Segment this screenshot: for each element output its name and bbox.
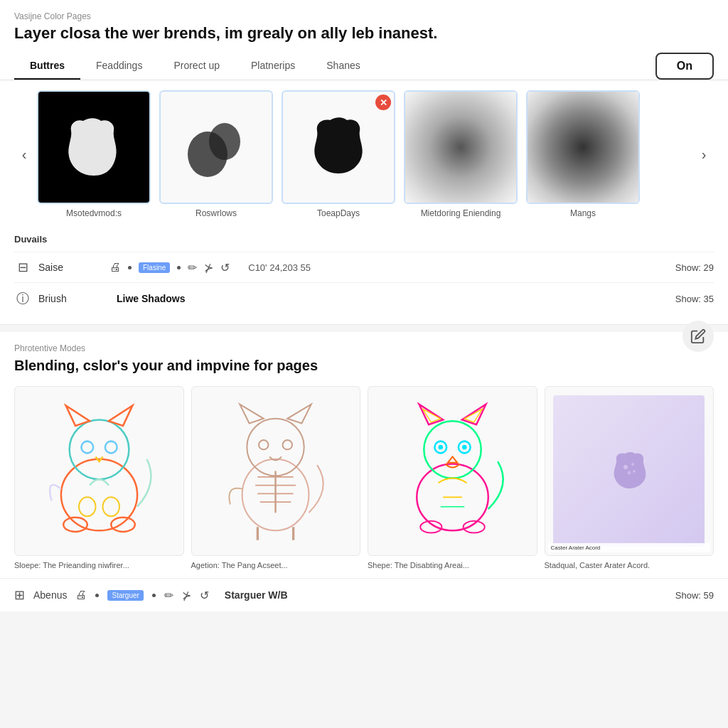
briush-show: Show: 35 <box>675 294 714 304</box>
svg-point-6 <box>81 441 93 454</box>
gallery-label-1: Sloepe: The Prieanding niwfirer... <box>14 560 184 571</box>
svg-point-41 <box>631 463 634 466</box>
svg-point-33 <box>438 445 443 450</box>
carousel-arrow-right[interactable]: › <box>694 144 714 164</box>
svg-point-7 <box>105 441 117 454</box>
cat-illustration-2 <box>204 400 347 542</box>
top-section: Vasijne Color Pages Layer closa the wer … <box>0 0 728 80</box>
detail-row-saise: ⊟ Saise 🖨 Flasine ✏ ⊁ ↺ C10' 24,203 55 S… <box>14 252 714 282</box>
toolbar-loop-icon[interactable]: ↺ <box>200 589 209 602</box>
svg-point-10 <box>79 497 95 516</box>
cursor-icon[interactable]: ⊁ <box>204 261 213 274</box>
tab-feaddings[interactable]: Feaddings <box>80 53 158 80</box>
close-icon[interactable]: ✕ <box>375 95 391 110</box>
saise-show: Show: 29 <box>675 262 714 273</box>
small-preview: Caster Arater Acord <box>553 395 705 547</box>
svg-point-8 <box>63 518 87 532</box>
saise-meta: C10' 24,203 55 <box>248 262 311 273</box>
details-title: Duvails <box>14 234 714 245</box>
carousel-arrow-left[interactable]: ‹ <box>14 144 34 164</box>
svg-point-37 <box>463 521 484 533</box>
brush-item-5[interactable]: Mangs <box>526 90 640 218</box>
toolbar-dot <box>95 594 99 597</box>
grid-icon: ⊟ <box>14 259 31 275</box>
toolbar-cursor-icon[interactable]: ⊁ <box>182 589 191 602</box>
printer-icon[interactable]: 🖨 <box>109 261 121 274</box>
briush-center: Liwe Shadows <box>117 293 185 304</box>
gallery-item-4[interactable]: Caster Arater Acord Stadqual, Caster Ara… <box>545 386 714 571</box>
gallery-thumb-3 <box>368 386 537 556</box>
svg-point-36 <box>420 521 441 533</box>
details-section: Duvails ⊟ Saise 🖨 Flasine ✏ ⊁ ↺ C10' 24,… <box>0 228 728 325</box>
blob-icon-3 <box>310 115 367 179</box>
tab-platnerips[interactable]: Platnerips <box>235 53 311 80</box>
toolbar-center: Starguer W/B <box>225 589 288 601</box>
brush-item-3[interactable]: ✕ ToeapDays <box>282 90 395 218</box>
gallery-thumb-2 <box>191 386 361 556</box>
svg-point-11 <box>102 497 119 516</box>
brush-section: ‹ Msotedvmod:s Roswrlo <box>0 80 728 228</box>
gallery-item-1[interactable]: Sloepe: The Prieanding niwfirer... <box>14 386 184 571</box>
brush-thumb-1 <box>37 90 151 204</box>
on-button[interactable]: On <box>655 53 714 80</box>
brush-thumb-3: ✕ <box>282 90 395 204</box>
bottom-toolbar: ⊞ Abenus 🖨 Starguer ✏ ⊁ ↺ Starguer W/B S… <box>0 578 728 611</box>
cat-illustration-3 <box>381 400 524 542</box>
tab-prorect-up[interactable]: Prorect up <box>158 53 235 80</box>
toolbar-tag: Starguer <box>107 590 143 601</box>
briush-label: Briush <box>38 293 95 304</box>
svg-marker-5 <box>109 406 133 426</box>
gallery-label-4: Stadqual, Caster Arater Acord. <box>545 560 714 571</box>
gallery-label-2: Agetion: The Pang Acseet... <box>191 560 361 571</box>
gallery-grid: Sloepe: The Prieanding niwfirer... <box>14 386 714 578</box>
brush-thumb-5 <box>526 90 640 204</box>
app-name: Vasijne Color Pages <box>14 11 714 21</box>
brush-item-1[interactable]: Msotedvmod:s <box>37 90 151 218</box>
section-heading: Blending, cslor's your and impvine for p… <box>14 356 318 375</box>
toolbar-show: Show: 59 <box>675 590 714 601</box>
section-subtitle: Phrotentive Modes <box>14 343 714 353</box>
page-title: Layer closa the wer brends, im grealy on… <box>14 24 714 43</box>
preview-caption: Caster Arater Acord <box>548 543 711 552</box>
svg-point-2 <box>61 459 137 531</box>
brush-item-2[interactable]: Roswrlows <box>159 90 273 218</box>
dot-1 <box>128 266 132 269</box>
gallery-item-3[interactable]: Shepe: The Disabting Areai... <box>368 386 537 571</box>
svg-marker-4 <box>65 406 90 426</box>
brush-thumb-2 <box>159 90 273 204</box>
toolbar-abenus: Abenus <box>33 589 67 601</box>
pencil-icon[interactable]: ✏ <box>188 261 197 274</box>
brush-label-5: Mangs <box>570 208 596 218</box>
tab-buttres[interactable]: Buttres <box>14 53 80 80</box>
brush-label-1: Msotedvmod:s <box>66 208 122 218</box>
svg-point-34 <box>462 445 467 450</box>
gallery-thumb-1 <box>14 386 184 556</box>
svg-point-22 <box>283 440 292 449</box>
loop-icon[interactable]: ↺ <box>220 261 230 274</box>
saise-tag: Flasine <box>139 262 170 273</box>
edit-icon <box>690 328 706 344</box>
toolbar-printer-icon[interactable]: 🖨 <box>75 589 87 601</box>
toolbar-pencil-icon[interactable]: ✏ <box>164 589 173 602</box>
svg-point-13 <box>247 419 304 476</box>
saise-tools: 🖨 Flasine ✏ ⊁ ↺ <box>109 261 230 274</box>
gallery-item-2[interactable]: Agetion: The Pang Acseet... <box>191 386 361 571</box>
svg-marker-35 <box>448 457 457 463</box>
svg-marker-14 <box>240 405 264 424</box>
blob-icon-2 <box>181 112 252 183</box>
svg-point-1 <box>209 123 240 160</box>
gallery-label-3: Shepe: The Disabting Areai... <box>368 560 537 571</box>
brush-thumb-4 <box>404 90 518 204</box>
dot-2 <box>177 266 181 269</box>
blur-brush-4 <box>405 92 516 203</box>
svg-point-40 <box>623 465 628 469</box>
brush-item-4[interactable]: Mietdoring Eniending <box>404 90 518 218</box>
toolbar-dot-2 <box>152 594 156 597</box>
toolbar-grid-icon[interactable]: ⊞ <box>14 587 25 603</box>
brush-label-4: Mietdoring Eniending <box>421 208 501 218</box>
blob-icon-1 <box>65 115 122 179</box>
svg-point-26 <box>424 421 481 478</box>
tab-shanes[interactable]: Shanes <box>311 53 375 80</box>
cat-illustration-1 <box>28 400 171 542</box>
brush-items: Msotedvmod:s Roswrlows ✕ <box>37 90 691 218</box>
